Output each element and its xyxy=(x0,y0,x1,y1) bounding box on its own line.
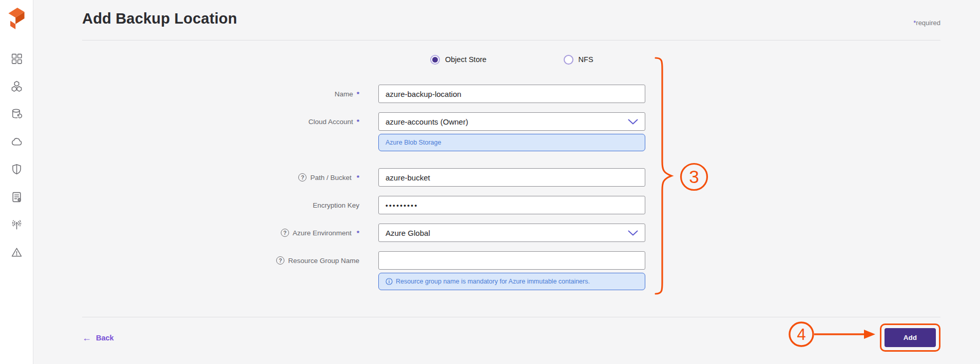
resource-group-label: ? Resource Group Name xyxy=(82,256,378,265)
required-asterisk: * xyxy=(357,118,359,126)
portworx-logo[interactable] xyxy=(5,6,28,31)
path-bucket-label: ? Path / Bucket* xyxy=(82,173,378,181)
add-button-highlight: Add xyxy=(880,323,940,352)
name-input[interactable] xyxy=(378,85,645,103)
sidebar-item-cloud-settings[interactable] xyxy=(10,135,23,148)
info-icon xyxy=(386,278,393,285)
alerts-warning-icon xyxy=(10,246,23,259)
storage-type-radio-group: Object Store NFS xyxy=(430,54,940,65)
database-restore-icon xyxy=(10,108,23,120)
sidebar-item-dashboard[interactable] xyxy=(10,52,23,65)
radio-selected-icon[interactable] xyxy=(430,55,440,65)
sidebar-item-security[interactable] xyxy=(10,163,23,176)
resource-group-row: ? Resource Group Name xyxy=(82,251,940,270)
sidebar-item-backups[interactable] xyxy=(10,108,23,120)
name-label: Name* xyxy=(82,90,378,98)
footer-divider xyxy=(82,317,940,317)
resource-group-info-box: Resource group name is mandatory for Azu… xyxy=(378,273,645,290)
path-bucket-row: ? Path / Bucket* xyxy=(82,168,940,187)
footer: ← Back Add xyxy=(82,323,940,352)
back-arrow-icon: ← xyxy=(82,334,91,341)
dashboard-grid-icon xyxy=(10,52,23,65)
cloud-account-label: Cloud Account* xyxy=(82,118,378,126)
azure-environment-row: ? Azure Environment* Azure Global xyxy=(82,224,940,242)
chevron-down-icon xyxy=(628,119,638,125)
azure-environment-value: Azure Global xyxy=(386,229,430,237)
required-asterisk: * xyxy=(357,229,359,237)
sidebar-nav xyxy=(10,52,23,259)
required-note: *required xyxy=(913,19,940,28)
radio-object-store[interactable]: Object Store xyxy=(430,55,487,65)
cloud-account-row: Cloud Account* azure-accounts (Owner) xyxy=(82,112,940,131)
shield-icon xyxy=(10,163,23,176)
report-settings-icon xyxy=(10,191,23,204)
required-asterisk: * xyxy=(357,174,359,181)
back-link[interactable]: ← Back xyxy=(82,334,114,342)
radio-nfs[interactable]: NFS xyxy=(564,55,593,65)
resource-group-input[interactable] xyxy=(378,251,645,270)
sidebar-item-alerts[interactable] xyxy=(10,246,23,259)
required-word: required xyxy=(916,19,940,27)
help-icon[interactable]: ? xyxy=(298,173,306,181)
help-icon[interactable]: ? xyxy=(276,256,284,265)
header-divider xyxy=(82,40,940,41)
sidebar-item-applications[interactable] xyxy=(10,80,23,93)
help-icon[interactable]: ? xyxy=(281,229,289,237)
resource-group-info-row: Resource group name is mandatory for Azu… xyxy=(378,273,940,290)
cloud-account-value: azure-accounts (Owner) xyxy=(386,117,468,126)
name-row: Name* xyxy=(82,85,940,103)
required-asterisk: * xyxy=(357,90,359,98)
main-panel: Add Backup Location *required Object Sto… xyxy=(33,0,980,364)
broadcast-antenna-icon xyxy=(10,218,23,231)
cloud-account-select[interactable]: azure-accounts (Owner) xyxy=(378,112,645,131)
encryption-key-row: Encryption Key xyxy=(82,196,940,214)
page-title: Add Backup Location xyxy=(82,9,237,28)
radio-unselected-icon[interactable] xyxy=(564,55,573,65)
encryption-key-input[interactable] xyxy=(378,196,645,214)
cloud-account-info-box: Azure Blob Storage xyxy=(378,134,645,151)
resource-group-info-text: Resource group name is mandatory for Azu… xyxy=(396,277,590,286)
radio-object-store-label: Object Store xyxy=(445,55,487,64)
path-bucket-input[interactable] xyxy=(378,168,645,187)
cloud-account-info-text: Azure Blob Storage xyxy=(386,138,441,147)
sidebar xyxy=(0,0,33,364)
add-button[interactable]: Add xyxy=(885,328,936,347)
cloud-icon xyxy=(10,135,23,148)
chevron-down-icon xyxy=(628,230,638,236)
sidebar-item-reports[interactable] xyxy=(10,191,23,204)
page-header: Add Backup Location *required xyxy=(82,0,940,28)
cloud-account-info-row: Azure Blob Storage xyxy=(378,134,940,151)
sidebar-item-activity[interactable] xyxy=(10,218,23,231)
azure-environment-label: ? Azure Environment* xyxy=(82,229,378,237)
add-backup-location-form: Add Backup Location *required Object Sto… xyxy=(33,0,980,352)
azure-environment-select[interactable]: Azure Global xyxy=(378,224,645,242)
back-label: Back xyxy=(96,334,114,342)
radio-nfs-label: NFS xyxy=(579,55,593,64)
encryption-key-label: Encryption Key xyxy=(82,201,378,209)
cubes-icon xyxy=(10,80,23,93)
